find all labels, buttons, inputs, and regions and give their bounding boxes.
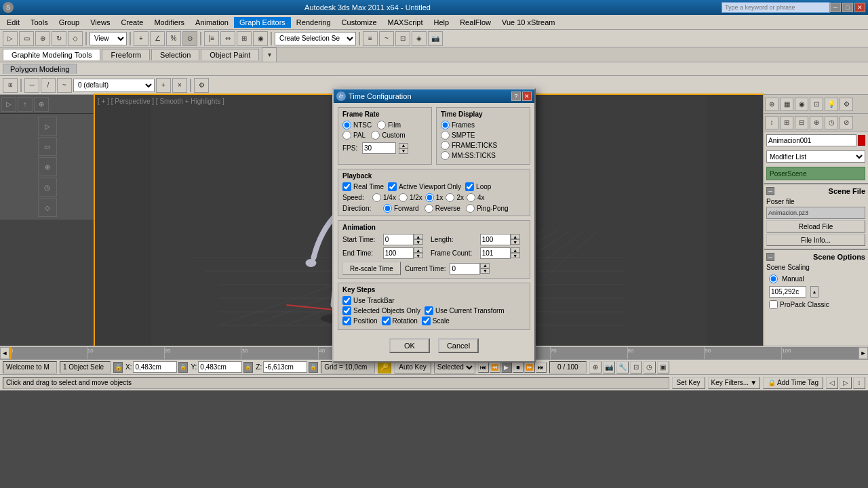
pal-radio-item[interactable]: PAL: [342, 131, 366, 140]
close-btn[interactable]: ✕: [854, 3, 865, 12]
menu-rendering[interactable]: Rendering: [291, 17, 336, 28]
scene-options-collapse[interactable]: ─: [766, 253, 774, 261]
rotation-item[interactable]: Rotation: [382, 317, 418, 325]
minimize-btn[interactable]: ─: [830, 3, 841, 12]
forward-radio-item[interactable]: Forward: [383, 204, 419, 213]
position-checkbox[interactable]: [342, 317, 351, 325]
rpanel-icon5[interactable]: 💡: [825, 98, 838, 111]
side-tool4[interactable]: ◷: [38, 178, 57, 197]
rpanel-icon3[interactable]: ◉: [795, 98, 808, 111]
z-input[interactable]: -6,613cm: [263, 361, 307, 373]
use-current-transform-item[interactable]: Use Current Transform: [425, 306, 505, 315]
use-current-transform-checkbox[interactable]: [425, 306, 433, 315]
menu-animation[interactable]: Animation: [190, 17, 234, 28]
menu-create[interactable]: Create: [115, 17, 149, 28]
selected-select[interactable]: Selected: [434, 361, 475, 373]
frame-tool3[interactable]: ↕: [853, 377, 865, 389]
current-time-input[interactable]: 0: [450, 263, 480, 274]
material-editor-btn[interactable]: ◈: [412, 31, 427, 46]
frame-count-up-btn[interactable]: ▲: [511, 247, 520, 253]
custom-radio-item[interactable]: Custom: [371, 131, 405, 140]
frame-tool1[interactable]: ◁: [826, 377, 838, 389]
rpanel2-icon5[interactable]: ◷: [825, 116, 838, 129]
left-tool2[interactable]: ↑: [18, 97, 33, 112]
layer-add-btn[interactable]: +: [156, 78, 171, 93]
frames-radio[interactable]: [441, 121, 450, 129]
fps-down-btn[interactable]: ▼: [399, 148, 408, 154]
y-lock[interactable]: 🔒: [243, 362, 253, 373]
length-input[interactable]: 100: [480, 234, 511, 245]
curve-editor-btn[interactable]: ~: [379, 31, 394, 46]
loop-checkbox[interactable]: [465, 182, 474, 191]
subtab-polygon-modeling[interactable]: Polygon Modeling: [3, 64, 77, 74]
key-filters-btn[interactable]: Key Filters... ▼: [708, 377, 760, 389]
menu-customize[interactable]: Customize: [336, 17, 382, 28]
render-btn[interactable]: ◉: [253, 31, 268, 46]
side-tool3[interactable]: ⊕: [38, 157, 57, 176]
layer-dropdown[interactable]: 0 (default): [73, 79, 155, 92]
pingpong-radio-item[interactable]: Ping-Pong: [466, 204, 509, 213]
rpanel2-icon4[interactable]: ⊕: [810, 116, 823, 129]
one-radio[interactable]: [425, 193, 434, 202]
half-radio[interactable]: [399, 193, 408, 202]
mini-tool2[interactable]: 📷: [603, 361, 615, 373]
length-down-btn[interactable]: ▼: [511, 239, 520, 245]
rpanel2-icon1[interactable]: ↕: [765, 116, 778, 129]
menu-vue[interactable]: Vue 10 xStream: [496, 17, 560, 28]
ruler-left-arrow[interactable]: ◄: [0, 347, 9, 359]
length-up-btn[interactable]: ▲: [511, 234, 520, 239]
x-input[interactable]: 0,483cm: [133, 361, 177, 373]
reverse-radio[interactable]: [425, 204, 433, 213]
tab-more-btn[interactable]: ▾: [262, 47, 277, 62]
lock-icon[interactable]: 🔒: [113, 362, 123, 373]
menu-edit[interactable]: Edit: [1, 17, 25, 28]
end-time-down-btn[interactable]: ▼: [414, 253, 423, 258]
menu-graph-editors[interactable]: Graph Editors: [234, 17, 291, 28]
dialog-cancel-btn[interactable]: Cancel: [438, 338, 479, 353]
end-time-input[interactable]: 100: [383, 247, 414, 259]
rotate-btn[interactable]: ↻: [52, 31, 66, 46]
object-name-input[interactable]: Animacion001: [766, 134, 856, 146]
manual-radio[interactable]: [769, 274, 778, 283]
activeviewport-checkbox[interactable]: [388, 182, 397, 191]
reload-file-btn[interactable]: Reload File: [766, 220, 865, 232]
menu-tools[interactable]: Tools: [25, 17, 54, 28]
tab-selection[interactable]: Selection: [151, 49, 199, 60]
realtime-checkbox[interactable]: [342, 182, 351, 191]
y-input[interactable]: 0,483cm: [198, 361, 242, 373]
tab-graphite[interactable]: Graphite Modeling Tools: [3, 49, 100, 60]
transform-btn[interactable]: ⊕: [35, 31, 50, 46]
render-setup-btn[interactable]: 📷: [428, 31, 443, 46]
maximize-btn[interactable]: □: [842, 3, 853, 12]
left-tool3[interactable]: ⊕: [34, 97, 49, 112]
film-radio[interactable]: [377, 121, 386, 129]
ruler-right-arrow[interactable]: ►: [859, 347, 868, 359]
menu-views[interactable]: Views: [85, 17, 115, 28]
frameticks-radio-item[interactable]: FRAME:TICKS: [441, 141, 497, 150]
rpanel-icon1[interactable]: ⊕: [765, 98, 778, 111]
one-radio-item[interactable]: 1x: [425, 193, 443, 202]
frameticks-radio[interactable]: [441, 141, 450, 150]
create-selection-dropdown[interactable]: Create Selection Se: [275, 32, 356, 45]
side-tool5[interactable]: ◇: [38, 198, 57, 217]
prev-frame-btn[interactable]: ⏪: [490, 362, 500, 373]
layer-btn1[interactable]: ⊞: [3, 78, 18, 93]
end-time-up-btn[interactable]: ▲: [414, 247, 423, 253]
selected-objects-item[interactable]: Selected Objects Only: [342, 306, 420, 315]
mini-tool3[interactable]: 🔧: [616, 361, 629, 373]
layer-select[interactable]: 0 (default): [73, 79, 155, 92]
mini-tool6[interactable]: ▣: [657, 361, 669, 373]
rpanel2-icon3[interactable]: ⊟: [795, 116, 808, 129]
position-item[interactable]: Position: [342, 317, 378, 325]
left-tool1[interactable]: ▷: [1, 97, 16, 112]
create-selection-select[interactable]: Create Selection Se: [275, 32, 356, 45]
title-search[interactable]: [722, 2, 830, 13]
forward-radio[interactable]: [383, 204, 392, 213]
layer-slash-btn[interactable]: /: [41, 78, 56, 93]
smpte-radio[interactable]: [441, 131, 450, 140]
ntsc-radio[interactable]: [342, 121, 351, 129]
view-select[interactable]: View: [90, 32, 127, 45]
rpanel-icon4[interactable]: ⊡: [810, 98, 823, 111]
dialog-title-bar[interactable]: ⏱ Time Configuration ? ✕: [334, 89, 534, 103]
use-trackbar-checkbox[interactable]: [342, 296, 351, 305]
